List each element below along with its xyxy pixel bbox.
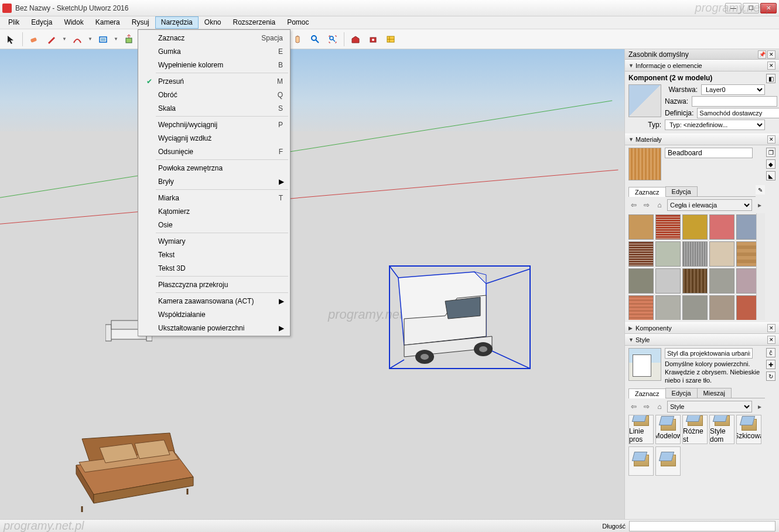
style-create-icon[interactable]: ✚	[766, 360, 775, 369]
pin-icon[interactable]: 📌	[758, 50, 766, 59]
menu-pomoc[interactable]: Pomoc	[281, 16, 315, 29]
material-swatch[interactable]	[736, 214, 756, 240]
nav-forward-icon[interactable]: ⇨	[641, 401, 652, 412]
extension-tool-icon[interactable]	[365, 32, 381, 47]
definition-input[interactable]	[697, 108, 779, 118]
material-swatch[interactable]	[709, 268, 734, 294]
menu-plik[interactable]: Plik	[2, 16, 25, 29]
material-swatch[interactable]	[655, 295, 681, 320]
style-category-select[interactable]: Style	[667, 401, 752, 412]
material-swatch[interactable]	[682, 241, 708, 267]
material-default-icon[interactable]: ◆	[766, 159, 775, 169]
menu-item-pow-oka-zewn-trzna[interactable]: Powłoka zewnętrzna	[139, 161, 289, 175]
material-category-select[interactable]: Cegła i elewacja	[667, 199, 752, 211]
pan-tool-icon[interactable]	[290, 32, 305, 47]
material-swatch[interactable]	[628, 268, 654, 294]
panel-close-icon[interactable]: ✕	[767, 336, 775, 344]
menu-item-miarka[interactable]: MiarkaT	[139, 191, 289, 204]
menu-item-gumka[interactable]: GumkaE	[139, 45, 289, 58]
layer-select[interactable]: Layer0	[701, 84, 765, 95]
material-swatch[interactable]	[628, 214, 654, 240]
menu-item-p-aszczyzna-przekroju[interactable]: Płaszczyzna przekroju	[139, 278, 289, 291]
material-swatch[interactable]	[628, 295, 654, 320]
tray-close-icon[interactable]: ✕	[767, 50, 775, 59]
material-swatch[interactable]	[709, 214, 734, 240]
style-folder[interactable]: Linie pros	[628, 415, 654, 444]
panel-close-icon[interactable]: ✕	[767, 62, 775, 70]
menu-item-przesu-[interactable]: ✔PrzesuńM	[139, 74, 289, 88]
zoom-tool-icon[interactable]	[308, 32, 323, 47]
details-icon[interactable]: ▸	[754, 401, 765, 412]
style-name-input[interactable]	[665, 348, 753, 359]
entity-hide-icon[interactable]: ◧	[766, 74, 775, 83]
material-swatch[interactable]	[736, 295, 756, 320]
style-update-icon[interactable]: ĉ	[766, 348, 775, 357]
menu-narzędzia[interactable]: Narzędzia	[155, 16, 199, 29]
material-swatch[interactable]	[628, 241, 654, 267]
tray-title-bar[interactable]: Zasobnik domyślny 📌 ✕	[625, 49, 779, 60]
materials-header[interactable]: ▼ Materiały ✕	[625, 134, 779, 145]
rectangle-tool-icon[interactable]	[95, 32, 111, 47]
material-swatch[interactable]	[655, 241, 681, 267]
material-swatch[interactable]	[709, 241, 734, 267]
tab-edycja[interactable]: Edycja	[665, 186, 698, 196]
material-back-icon[interactable]: ◣	[766, 171, 775, 180]
material-swatch[interactable]	[682, 214, 708, 240]
style-folder[interactable]	[628, 446, 654, 476]
home-icon[interactable]: ⌂	[654, 401, 665, 412]
menu-rysuj[interactable]: Rysuj	[126, 16, 155, 29]
tab-zaznacz[interactable]: Zaznacz	[628, 187, 666, 197]
scrollbar[interactable]	[756, 213, 765, 320]
style-folder[interactable]: Różne st	[682, 415, 708, 444]
tab-zaznacz[interactable]: Zaznacz	[628, 388, 666, 398]
truck-model-selected[interactable]	[387, 260, 533, 377]
pushpull-tool-icon[interactable]	[121, 32, 136, 47]
style-folder[interactable]	[655, 446, 681, 476]
material-swatch[interactable]	[655, 214, 681, 240]
components-header[interactable]: ▶ Komponenty ✕	[625, 322, 779, 334]
eraser-tool-icon[interactable]	[26, 32, 42, 47]
nav-back-icon[interactable]: ⇦	[628, 200, 639, 210]
measurement-input[interactable]	[629, 521, 775, 531]
type-select[interactable]: Typ: <niezdefiniow...	[665, 120, 765, 130]
style-folder[interactable]: Modelow	[655, 415, 681, 444]
style-folder[interactable]: Style dom	[709, 415, 734, 444]
menu-item-obr-[interactable]: ObróćQ	[139, 88, 289, 101]
details-icon[interactable]: ▸	[754, 200, 765, 210]
arc-dropdown-icon[interactable]: ▼	[87, 36, 93, 42]
pencil-dropdown-icon[interactable]: ▼	[62, 36, 67, 42]
menu-kamera[interactable]: Kamera	[90, 16, 126, 29]
name-input[interactable]	[692, 96, 777, 107]
entity-info-header[interactable]: ▼ Informacje o elemencie ✕	[625, 60, 779, 71]
menu-item-wyci-gnij-wzd-u-[interactable]: Wyciągnij wzdłuż	[139, 131, 289, 145]
zoom-extents-tool-icon[interactable]	[325, 32, 340, 47]
nav-back-icon[interactable]: ⇦	[628, 401, 639, 412]
material-swatch[interactable]	[736, 268, 756, 294]
layout-tool-icon[interactable]	[383, 32, 398, 47]
panel-close-icon[interactable]: ✕	[767, 135, 775, 144]
menu-item-ukszta-towanie-powierzchni[interactable]: Ukształtowanie powierzchni▶	[139, 321, 289, 335]
menu-item-k-tomierz[interactable]: Kątomierz	[139, 204, 289, 218]
menu-item-zaznacz[interactable]: ZaznaczSpacja	[139, 31, 289, 45]
material-swatch[interactable]	[736, 241, 756, 267]
warehouse-tool-icon[interactable]	[348, 32, 363, 47]
tab-edycja[interactable]: Edycja	[665, 388, 698, 398]
menu-item-wsp-dzia-anie[interactable]: Współdziałanie	[139, 308, 289, 321]
menu-okno[interactable]: Okno	[199, 16, 227, 29]
menu-rozszerzenia[interactable]: Rozszerzenia	[227, 16, 281, 29]
menu-item-wype-nienie-kolorem[interactable]: Wypełnienie koloremB	[139, 58, 289, 71]
viewport-3d[interactable]: programy.net.pl	[0, 49, 624, 519]
menu-item-tekst[interactable]: Tekst	[139, 248, 289, 261]
menu-item-odsuni-cie[interactable]: OdsunięcieF	[139, 145, 289, 158]
arc-tool-icon[interactable]	[70, 32, 85, 47]
menu-item-wymiary[interactable]: Wymiary	[139, 234, 289, 248]
menu-item-skala[interactable]: SkalaS	[139, 101, 289, 115]
menu-item-wepchnij-wyci-gnij[interactable]: Wepchnij/wyciągnijP	[139, 118, 289, 131]
nav-forward-icon[interactable]: ⇨	[641, 200, 652, 210]
style-refresh-icon[interactable]: ↻	[766, 371, 775, 381]
shape-dropdown-icon[interactable]: ▼	[113, 36, 119, 42]
material-swatch[interactable]	[709, 295, 734, 320]
panel-close-icon[interactable]: ✕	[767, 324, 775, 332]
menu-item-osie[interactable]: Osie	[139, 218, 289, 231]
menu-item-bry-y[interactable]: Bryły▶	[139, 175, 289, 188]
